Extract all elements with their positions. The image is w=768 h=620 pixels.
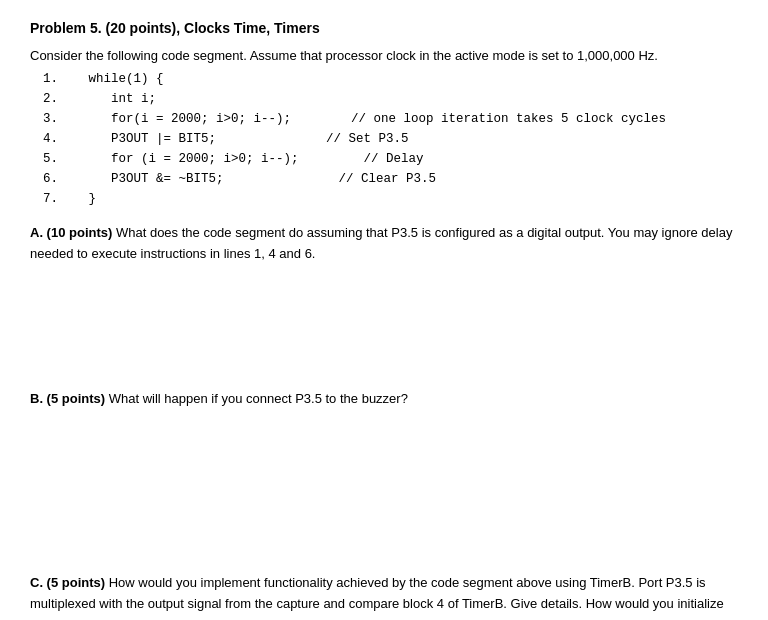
code-line-3: 3. for(i = 2000; i>0; i--); // one loop … xyxy=(30,109,738,129)
comment-3: // one loop iteration takes 5 clock cycl… xyxy=(351,109,666,129)
line-num-2: 2. xyxy=(30,89,58,109)
line-num-4: 4. xyxy=(30,129,58,149)
line-num-7: 7. xyxy=(30,189,58,209)
answer-space-a xyxy=(30,275,738,375)
line-num-6: 6. xyxy=(30,169,58,189)
code-line-1: 1. while(1) { xyxy=(30,69,738,89)
code-content-6: P3OUT &= ~BIT5; xyxy=(66,169,224,189)
section-a-label: A. (10 points) xyxy=(30,225,112,240)
problem-title: Problem 5. (20 points), Clocks Time, Tim… xyxy=(30,20,738,36)
code-content-3: for(i = 2000; i>0; i--); xyxy=(66,109,291,129)
code-line-2: 2. int i; xyxy=(30,89,738,109)
code-content-4: P3OUT |= BIT5; xyxy=(66,129,216,149)
answer-space-b xyxy=(30,419,738,559)
section-c: C. (5 points) How would you implement fu… xyxy=(30,573,738,620)
intro-text: Consider the following code segment. Ass… xyxy=(30,48,738,63)
code-content-5: for (i = 2000; i>0; i--); xyxy=(66,149,299,169)
code-line-7: 7. } xyxy=(30,189,738,209)
code-line-4: 4. P3OUT |= BIT5; // Set P3.5 xyxy=(30,129,738,149)
section-a-text: What does the code segment do assuming t… xyxy=(30,225,732,261)
code-content-1: while(1) { xyxy=(66,69,164,89)
section-b-label: B. (5 points) xyxy=(30,391,105,406)
code-content-2: int i; xyxy=(66,89,156,109)
line-num-5: 5. xyxy=(30,149,58,169)
code-line-6: 6. P3OUT &= ~BIT5; // Clear P3.5 xyxy=(30,169,738,189)
code-block: 1. while(1) { 2. int i; 3. for(i = 2000;… xyxy=(30,69,738,209)
section-a: A. (10 points) What does the code segmen… xyxy=(30,223,738,265)
code-content-7: } xyxy=(66,189,96,209)
section-b: B. (5 points) What will happen if you co… xyxy=(30,389,738,410)
line-num-1: 1. xyxy=(30,69,58,89)
code-line-5: 5. for (i = 2000; i>0; i--); // Delay xyxy=(30,149,738,169)
comment-5: // Delay xyxy=(364,149,424,169)
comment-6: // Clear P3.5 xyxy=(339,169,437,189)
section-b-text: What will happen if you connect P3.5 to … xyxy=(105,391,408,406)
section-c-label: C. (5 points) xyxy=(30,575,105,590)
line-num-3: 3. xyxy=(30,109,58,129)
section-c-text: How would you implement functionality ac… xyxy=(30,575,724,620)
comment-4: // Set P3.5 xyxy=(326,129,409,149)
